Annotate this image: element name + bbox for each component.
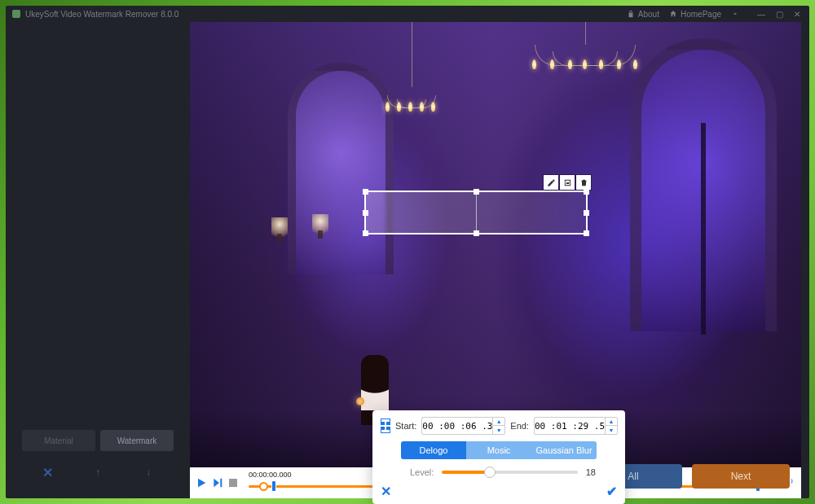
about-label: About: [638, 10, 659, 19]
about-link[interactable]: About: [627, 10, 659, 19]
timeline-start-label: 00:00:00.000: [249, 471, 292, 479]
title-bar: UkeySoft Video Watermark Remover 8.0.0 A…: [6, 6, 809, 22]
tab-gaussian-blur[interactable]: Gaussian Blur: [531, 441, 597, 459]
stop-button[interactable]: [229, 479, 237, 487]
remove-button[interactable]: ✕: [39, 464, 55, 480]
tab-delogo[interactable]: Delogo: [401, 441, 466, 459]
range-start-handle[interactable]: [271, 480, 276, 492]
start-spin-up[interactable]: ▲: [493, 418, 504, 426]
selection-toolbar: [543, 174, 592, 191]
resize-handle[interactable]: [584, 210, 589, 216]
end-spin-down[interactable]: ▼: [606, 426, 617, 434]
left-panel: Material Watermark ✕ ↑ ↓: [6, 22, 190, 498]
resize-handle[interactable]: [363, 230, 368, 236]
home-icon: [669, 10, 677, 18]
next-button[interactable]: Next: [692, 464, 790, 489]
resize-handle[interactable]: [584, 189, 589, 195]
tab-material[interactable]: Material: [22, 430, 95, 451]
end-time-field[interactable]: ▲▼: [534, 417, 618, 435]
delete-selection-button[interactable]: [576, 175, 591, 190]
move-down-button[interactable]: ↓: [140, 464, 156, 480]
play-icon: [195, 476, 208, 489]
level-slider-thumb[interactable]: [484, 467, 496, 478]
end-time-input[interactable]: [535, 421, 605, 432]
app-title: UkeySoft Video Watermark Remover 8.0.0: [25, 10, 627, 19]
start-label: Start:: [395, 421, 416, 431]
step-button[interactable]: [211, 476, 224, 489]
playhead[interactable]: [259, 482, 268, 491]
start-time-input[interactable]: [422, 421, 492, 432]
pencil-icon: [547, 178, 556, 187]
resize-handle[interactable]: [363, 210, 368, 216]
play-button[interactable]: [195, 476, 208, 489]
watermark-selection[interactable]: [364, 191, 588, 234]
resize-handle[interactable]: [363, 189, 368, 195]
fullscreen-toggle[interactable]: [381, 419, 390, 433]
app-window: UkeySoft Video Watermark Remover 8.0.0 A…: [6, 6, 809, 498]
minimize-button[interactable]: —: [756, 10, 767, 19]
level-value: 18: [586, 467, 596, 477]
video-frame: [190, 22, 801, 467]
method-tabs: Delogo Mosic Gaussian Blur: [401, 441, 597, 459]
resize-handle[interactable]: [584, 230, 589, 236]
start-spin-down[interactable]: ▼: [493, 426, 504, 434]
end-spin-up[interactable]: ▲: [606, 418, 617, 426]
level-slider[interactable]: [442, 471, 577, 474]
tab-mosic[interactable]: Mosic: [466, 441, 531, 459]
tab-watermark[interactable]: Watermark: [100, 430, 174, 451]
watermark-settings-popover: Start: ▲▼ End: ▲▼ Delogo Mosic Gaussian …: [372, 410, 625, 504]
homepage-link[interactable]: HomePage: [669, 10, 721, 19]
resize-handle[interactable]: [474, 189, 479, 195]
lock-icon: [627, 10, 635, 18]
dropdown-icon[interactable]: [731, 10, 739, 18]
play-step-icon: [211, 476, 224, 489]
close-button[interactable]: ✕: [791, 10, 803, 19]
move-up-button[interactable]: ↑: [90, 464, 106, 480]
duplicate-selection-button[interactable]: [560, 175, 575, 190]
popover-cancel[interactable]: ✕: [381, 484, 391, 499]
homepage-label: HomePage: [681, 10, 721, 19]
app-logo: [12, 10, 20, 18]
maximize-button[interactable]: ▢: [773, 10, 785, 19]
end-label: End:: [510, 421, 529, 431]
edit-selection-button[interactable]: [544, 175, 558, 190]
image-icon: [563, 178, 572, 187]
video-preview[interactable]: [190, 22, 801, 467]
start-time-field[interactable]: ▲▼: [421, 417, 505, 435]
trash-icon: [579, 178, 588, 187]
popover-confirm[interactable]: ✔: [606, 484, 617, 499]
level-label: Level:: [410, 467, 434, 477]
fullscreen-icon: [381, 422, 390, 430]
resize-handle[interactable]: [474, 230, 479, 236]
